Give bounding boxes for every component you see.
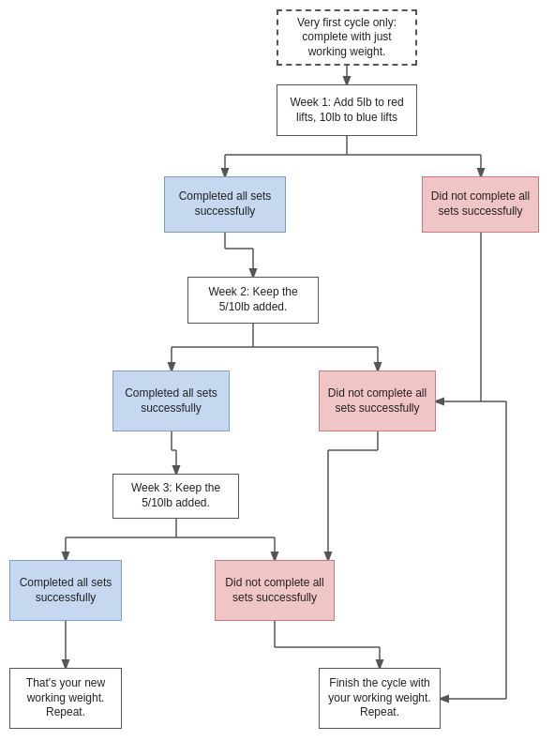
- comp1-node: Completed all sets successfully: [164, 176, 286, 233]
- fail1-label: Did not complete all sets successfully: [430, 189, 531, 219]
- end-success-label: That's your new working weight. Repeat.: [18, 676, 113, 720]
- fail3-node: Did not complete all sets successfully: [215, 560, 335, 621]
- week3-node: Week 3: Keep the 5/10lb added.: [112, 474, 239, 519]
- fail2-label: Did not complete all sets successfully: [327, 386, 427, 416]
- start-node: Very first cycle only: complete with jus…: [277, 9, 417, 66]
- week2-label: Week 2: Keep the 5/10lb added.: [196, 285, 310, 314]
- comp3-node: Completed all sets successfully: [9, 560, 122, 621]
- end-success-node: That's your new working weight. Repeat.: [9, 668, 122, 729]
- comp2-label: Completed all sets successfully: [121, 386, 221, 416]
- end-fail-node: Finish the cycle with your working weigh…: [319, 668, 441, 729]
- comp2-node: Completed all sets successfully: [112, 370, 230, 431]
- fail3-label: Did not complete all sets successfully: [223, 576, 326, 605]
- week2-node: Week 2: Keep the 5/10lb added.: [187, 277, 319, 324]
- start-label: Very first cycle only: complete with jus…: [286, 16, 408, 60]
- fail1-node: Did not complete all sets successfully: [422, 176, 539, 233]
- end-fail-label: Finish the cycle with your working weigh…: [327, 676, 432, 720]
- week3-label: Week 3: Keep the 5/10lb added.: [121, 481, 231, 510]
- comp1-label: Completed all sets successfully: [172, 189, 277, 219]
- fail2-node: Did not complete all sets successfully: [319, 370, 436, 431]
- flowchart: Very first cycle only: complete with jus…: [0, 0, 554, 756]
- week1-node: Week 1: Add 5lb to red lifts, 10lb to bl…: [277, 84, 417, 136]
- comp3-label: Completed all sets successfully: [18, 576, 113, 605]
- week1-label: Week 1: Add 5lb to red lifts, 10lb to bl…: [285, 96, 409, 125]
